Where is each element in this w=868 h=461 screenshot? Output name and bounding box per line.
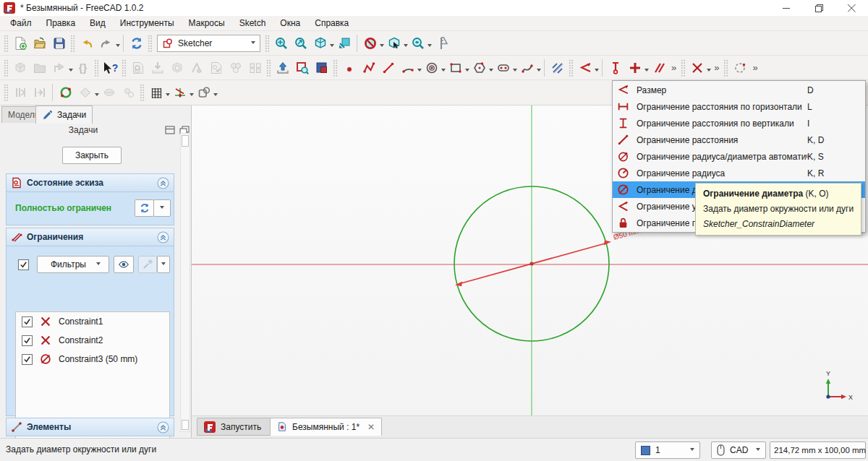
constraint-settings-button[interactable] <box>138 256 157 273</box>
constraint-row[interactable]: Constraint1 <box>16 312 169 331</box>
view-section-button[interactable] <box>312 58 331 77</box>
create-polyline-button[interactable] <box>359 58 378 77</box>
collapse-chevron-icon[interactable] <box>157 231 169 244</box>
menu-item-auto-radius-diameter[interactable]: Ограничение радиуса/диаметра автоматичес… <box>613 148 865 165</box>
toggle-construction-geometry-button[interactable] <box>56 83 75 103</box>
merge-sketches-button[interactable] <box>226 58 245 77</box>
vertical-distance-tool-button[interactable] <box>605 58 625 77</box>
redo-dropdown-arrow[interactable] <box>116 44 120 49</box>
create-point-button[interactable] <box>339 58 359 77</box>
tab-close-icon[interactable]: ✕ <box>367 422 375 432</box>
sync-view-button[interactable] <box>334 33 354 53</box>
toolbar-grip[interactable] <box>94 59 99 77</box>
menu-tools[interactable]: Инструменты <box>113 17 182 30</box>
menu-windows[interactable]: Окна <box>273 17 307 30</box>
trim-edge-button[interactable] <box>75 83 95 103</box>
refresh-button[interactable] <box>127 33 146 53</box>
overflow-chevron[interactable]: » <box>749 62 760 73</box>
menu-item-distance[interactable]: Ограничение расстоянияK, D <box>613 132 865 148</box>
circle-center-point[interactable] <box>529 262 533 265</box>
restore-button[interactable] <box>803 0 835 16</box>
clone-button[interactable] <box>30 83 49 103</box>
menu-sketch[interactable]: Sketch <box>232 17 273 30</box>
tab-tasks[interactable]: Задачи <box>35 105 93 124</box>
show-constraints-button[interactable] <box>114 256 134 273</box>
create-line-button[interactable] <box>378 58 398 77</box>
reorient-sketch-button[interactable] <box>167 58 187 77</box>
save-button[interactable] <box>49 33 69 53</box>
leave-sketch-button[interactable] <box>273 58 292 77</box>
toolbar-grip[interactable] <box>4 84 9 101</box>
measure-button[interactable] <box>432 33 451 53</box>
filters-dropdown[interactable]: Фильтры <box>37 256 109 273</box>
toolbar-grip[interactable] <box>569 59 574 77</box>
tab-document[interactable]: Безымянный : 1* ✕ <box>270 418 382 436</box>
dock-panel-icon[interactable] <box>165 126 175 134</box>
fit-all-button[interactable] <box>271 33 291 53</box>
create-body-button[interactable] <box>10 58 30 77</box>
constraint-checkbox[interactable] <box>22 335 33 346</box>
menu-edit[interactable]: Правка <box>39 17 83 30</box>
toolbar-grip[interactable] <box>148 35 153 52</box>
open-file-button[interactable] <box>30 33 49 53</box>
create-arc-button[interactable] <box>398 58 417 77</box>
parallel-constraint-button[interactable] <box>649 58 668 77</box>
carbon-copy-button[interactable] <box>119 83 138 103</box>
construction-mode-button[interactable] <box>548 58 567 77</box>
menu-help[interactable]: Справка <box>307 17 356 30</box>
create-group-button[interactable] <box>30 58 49 77</box>
menu-item-dimension[interactable]: РазмерD <box>613 82 865 98</box>
bspline-dropdown-arrow[interactable] <box>537 69 541 74</box>
constraints-master-checkbox[interactable] <box>18 259 29 270</box>
coincident-constraint-button[interactable] <box>687 58 707 77</box>
toolbar-grip[interactable] <box>70 35 75 52</box>
menu-item-radius[interactable]: Ограничение радиусаK, R <box>613 165 865 181</box>
symmetry-button[interactable] <box>10 83 30 103</box>
menu-macros[interactable]: Макросы <box>182 17 232 30</box>
variable-set-button[interactable]: {} <box>73 58 93 77</box>
rendering-order-button[interactable] <box>194 83 213 103</box>
viewport-size-selector[interactable]: 214,72 mm x 100,00 mm <box>770 441 866 459</box>
toolbar-grip[interactable] <box>681 59 686 77</box>
draw-style-button[interactable] <box>360 33 380 53</box>
make-link-button[interactable] <box>49 58 69 77</box>
attach-sketch-button[interactable] <box>187 58 206 77</box>
external-geometry-button[interactable] <box>99 83 119 103</box>
whats-this-button[interactable]: ? <box>101 58 120 77</box>
create-rectangle-button[interactable] <box>446 58 465 77</box>
scale-selector[interactable]: 1 <box>635 441 700 459</box>
rendering-order-dropdown-arrow[interactable] <box>213 93 218 98</box>
close-button[interactable] <box>835 0 868 16</box>
overflow-chevron[interactable]: » <box>668 62 679 73</box>
toolbar-grip[interactable] <box>723 59 728 77</box>
section-constraints-header[interactable]: Ограничения <box>6 228 174 246</box>
fit-selection-button[interactable] <box>291 33 310 53</box>
toolbar-grip[interactable] <box>333 59 338 77</box>
create-sketch-button[interactable] <box>128 58 148 77</box>
constraint-row[interactable]: Constraint3 (50 mm) <box>16 350 169 369</box>
scrollbar-bottom-box[interactable] <box>182 420 189 430</box>
close-task-button[interactable]: Закрыть <box>62 147 122 164</box>
workbench-selector[interactable]: Sketcher <box>157 35 260 52</box>
collapse-chevron-icon[interactable] <box>157 421 169 434</box>
create-polygon-button[interactable] <box>469 58 489 77</box>
undo-button[interactable] <box>77 33 96 53</box>
toggle-grid-button[interactable] <box>146 83 166 103</box>
dimension-dropdown-arrow[interactable] <box>595 69 599 74</box>
validate-sketch-button[interactable] <box>206 58 226 77</box>
refresh-constraints-button[interactable] <box>135 199 154 217</box>
new-file-button[interactable] <box>10 33 30 53</box>
menu-item-horizontal-distance[interactable]: Ограничение расстояния по горизонталиL <box>613 98 865 115</box>
create-slot-button[interactable] <box>493 58 513 77</box>
create-circle-button[interactable] <box>422 58 441 77</box>
navigation-style-selector[interactable]: CAD <box>711 441 766 459</box>
scrollbar-thumb[interactable] <box>182 135 189 147</box>
toolbar-grip[interactable] <box>4 59 9 77</box>
constraint-row[interactable]: Constraint2 <box>16 331 169 350</box>
section-elements-header[interactable]: Элементы <box>6 418 174 436</box>
collapse-chevron-icon[interactable] <box>157 177 169 189</box>
menu-file[interactable]: Файл <box>3 17 39 30</box>
minimize-button[interactable] <box>770 0 803 16</box>
toggle-snap-button[interactable] <box>170 83 190 103</box>
bspline-tools-button[interactable] <box>730 58 749 77</box>
